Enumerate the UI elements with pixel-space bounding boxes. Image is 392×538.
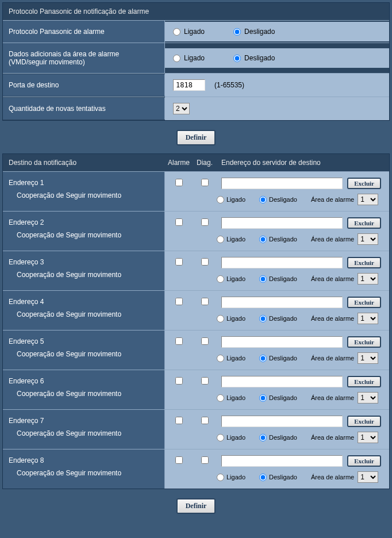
area-select[interactable]: 1 [358, 313, 378, 324]
server-address-input[interactable] [221, 257, 343, 268]
alarm-checkbox[interactable] [175, 218, 183, 226]
radio-alarm-on[interactable]: Ligado [173, 28, 205, 36]
server-address-input[interactable] [221, 455, 343, 467]
delete-button[interactable]: Excluir [347, 336, 381, 348]
diag-checkbox[interactable] [201, 218, 209, 226]
dest-row: Endereço 7Cooperação de Seguir movimento… [3, 409, 389, 449]
area-select[interactable]: 1 [358, 432, 378, 443]
dest-row: Endereço 2Cooperação de Seguir movimento… [3, 211, 389, 251]
submit-row-1: Definir [2, 125, 390, 153]
diag-checkbox[interactable] [201, 456, 209, 464]
delete-button[interactable]: Excluir [347, 217, 381, 229]
dest-left: Endereço 6Cooperação de Seguir movimento [3, 370, 165, 409]
coop-radio-off[interactable]: Desligado [259, 355, 297, 362]
coop-radio-off[interactable]: Desligado [259, 315, 297, 322]
area-select[interactable]: 1 [358, 273, 378, 285]
server-address-input[interactable] [221, 178, 343, 189]
alarm-checkbox[interactable] [175, 258, 183, 266]
dest-row-bottom: LigadoDesligadoÁrea de alarme1 [165, 391, 389, 409]
notification-dest-panel: Destino da notificação Alarme Diag. Ende… [2, 153, 390, 489]
coop-radio-off[interactable]: Desligado [259, 394, 297, 402]
delete-button[interactable]: Excluir [347, 416, 381, 427]
dest-row-bottom: LigadoDesligadoÁrea de alarme1 [165, 272, 389, 290]
coop-radio-off[interactable]: Desligado [259, 236, 297, 243]
radio-additional-off[interactable]: Desligado [233, 54, 275, 62]
alarm-protocol-panel: Protocolo Panasonic de notificação de al… [2, 2, 390, 121]
dest-row-top: Excluir [165, 172, 389, 193]
dest-row-bottom: LigadoDesligadoÁrea de alarme1 [165, 470, 389, 489]
diag-checkbox[interactable] [201, 377, 209, 385]
area-select[interactable]: 1 [358, 392, 378, 403]
alarm-checkbox[interactable] [175, 377, 183, 385]
coop-radio-on[interactable]: Ligado [217, 315, 245, 322]
panel-title: Protocolo Panasonic de notificação de al… [3, 3, 389, 20]
coop-radio-off[interactable]: Desligado [259, 275, 297, 283]
control-alarm-protocol: Ligado Desligado [165, 22, 389, 41]
coop-radio-on[interactable]: Ligado [217, 236, 245, 243]
radio-alarm-off[interactable]: Desligado [233, 28, 275, 36]
dest-coop-label: Cooperação de Seguir movimento [9, 187, 159, 199]
server-address-input[interactable] [221, 217, 343, 229]
dest-label: Endereço 1 [9, 179, 159, 187]
dest-left: Endereço 3Cooperação de Seguir movimento [3, 251, 165, 290]
diag-checkbox[interactable] [201, 179, 209, 186]
dest-label: Endereço 6 [9, 377, 159, 385]
coop-radio-on[interactable]: Ligado [217, 275, 245, 283]
coop-radio-off[interactable]: Desligado [259, 434, 297, 441]
radio-additional-on[interactable]: Ligado [173, 54, 205, 62]
dest-row: Endereço 4Cooperação de Seguir movimento… [3, 290, 389, 330]
submit-row-2: Definir [2, 494, 390, 522]
delete-button[interactable]: Excluir [347, 257, 381, 268]
define-button-2[interactable]: Definir [176, 498, 216, 514]
area-select[interactable]: 1 [358, 471, 378, 483]
define-button-1[interactable]: Definir [176, 130, 216, 145]
diag-checkbox[interactable] [201, 258, 209, 266]
label-additional-data: Dados adicionais da área de alarme (VMD/… [3, 43, 165, 73]
area-select[interactable]: 1 [358, 352, 378, 364]
server-address-input[interactable] [221, 416, 343, 427]
dest-port-hint: (1-65535) [214, 81, 244, 89]
coop-radio-on[interactable]: Ligado [217, 394, 245, 402]
alarm-checkbox[interactable] [175, 179, 183, 186]
dest-left: Endereço 1Cooperação de Seguir movimento [3, 172, 165, 211]
delete-button[interactable]: Excluir [347, 297, 381, 308]
dest-row-top: Excluir [165, 331, 389, 351]
dest-right: ExcluirLigadoDesligadoÁrea de alarme1 [165, 251, 389, 290]
dest-coop-label: Cooperação de Seguir movimento [9, 306, 159, 318]
diag-checkbox[interactable] [201, 298, 209, 305]
area-select[interactable]: 1 [358, 233, 378, 245]
coop-radio-on[interactable]: Ligado [217, 434, 245, 441]
dest-label: Endereço 7 [9, 417, 159, 425]
area-select[interactable]: 1 [358, 194, 378, 205]
dest-left: Endereço 7Cooperação de Seguir movimento [3, 410, 165, 449]
coop-radio-off[interactable]: Desligado [259, 474, 297, 481]
control-additional-data: Ligado Desligado [165, 48, 389, 68]
server-address-input[interactable] [221, 297, 343, 308]
coop-radio-on[interactable]: Ligado [217, 355, 245, 362]
alarm-checkbox[interactable] [175, 337, 183, 345]
diag-checkbox[interactable] [201, 417, 209, 424]
delete-button[interactable]: Excluir [347, 455, 381, 467]
area-label: Área de alarme [311, 355, 354, 362]
label-dest-port: Porta de destino [3, 74, 165, 96]
dest-header-name: Destino da notificação [3, 159, 165, 167]
dest-row-top: Excluir [165, 449, 389, 470]
dest-row-top: Excluir [165, 291, 389, 312]
dest-row: Endereço 6Cooperação de Seguir movimento… [3, 370, 389, 409]
alarm-checkbox[interactable] [175, 298, 183, 305]
server-address-input[interactable] [221, 336, 343, 348]
dest-header: Destino da notificação Alarme Diag. Ende… [3, 154, 389, 171]
dest-port-input[interactable] [173, 79, 205, 91]
dest-right: ExcluirLigadoDesligadoÁrea de alarme1 [165, 410, 389, 449]
row-dest-port: Porta de destino (1-65535) [3, 73, 389, 97]
server-address-input[interactable] [221, 376, 343, 387]
coop-radio-on[interactable]: Ligado [217, 474, 245, 481]
diag-checkbox[interactable] [201, 337, 209, 345]
alarm-checkbox[interactable] [175, 417, 183, 424]
alarm-checkbox[interactable] [175, 456, 183, 464]
coop-radio-on[interactable]: Ligado [217, 196, 245, 203]
coop-radio-off[interactable]: Desligado [259, 196, 297, 203]
retries-select[interactable]: 2 [173, 103, 190, 114]
delete-button[interactable]: Excluir [347, 376, 381, 387]
delete-button[interactable]: Excluir [347, 178, 381, 189]
